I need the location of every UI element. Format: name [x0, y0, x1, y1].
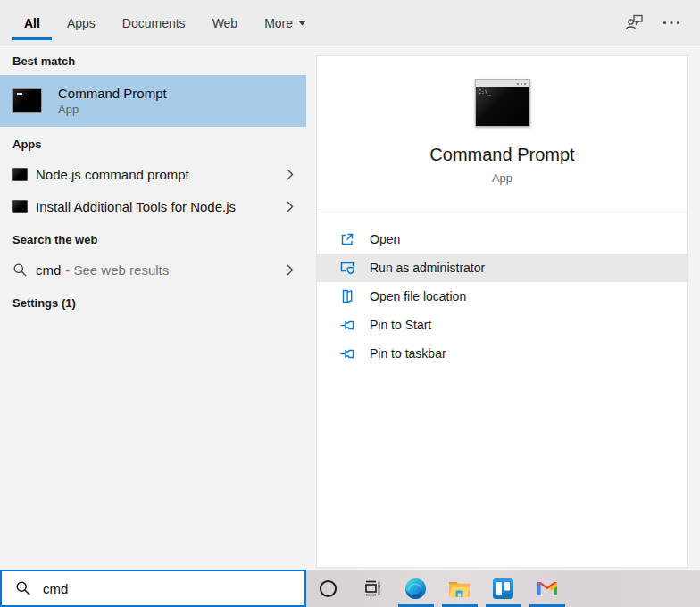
preview-app-type: App	[492, 171, 512, 185]
task-view-icon	[362, 578, 382, 598]
result-filter-tabs: All Apps Documents Web More	[11, 0, 320, 46]
folder-icon	[338, 288, 355, 305]
shield-icon	[338, 260, 355, 277]
preview-pane-area: C:\_ Command Prompt App Open	[306, 46, 700, 570]
preview-header: C:\_ Command Prompt App	[317, 56, 688, 212]
best-match-title: Command Prompt	[58, 84, 167, 103]
ellipsis-icon[interactable]	[662, 21, 680, 25]
result-web-cmd[interactable]: cmd - See web results	[0, 254, 306, 286]
taskbar-search-box[interactable]	[0, 570, 306, 607]
command-prompt-icon	[12, 88, 42, 113]
best-match-text: Command Prompt App	[58, 84, 167, 118]
tab-label: All	[24, 16, 40, 30]
web-result-suffix: - See web results	[65, 262, 169, 278]
gmail-icon	[537, 580, 558, 597]
web-result-query: cmd	[36, 262, 61, 278]
action-pin-to-taskbar[interactable]: Pin to taskbar	[317, 339, 688, 368]
section-header-search-web: Search the web	[0, 222, 306, 254]
preview-app-title: Command Prompt	[429, 145, 574, 165]
section-header-apps: Apps	[0, 127, 306, 158]
command-prompt-icon-large: C:\_	[475, 79, 530, 127]
command-prompt-icon	[12, 200, 28, 213]
preview-pane: C:\_ Command Prompt App Open	[316, 55, 688, 568]
taskbar	[306, 570, 700, 607]
chevron-right-icon[interactable]	[287, 201, 294, 212]
chevron-right-icon[interactable]	[287, 264, 294, 276]
result-title: Node.js command prompt	[36, 167, 189, 182]
open-icon	[338, 231, 355, 248]
search-icon	[15, 580, 31, 596]
windows-search-flyout: All Apps Documents Web More	[0, 0, 700, 607]
results-list-panel: Best match Command Prompt App Apps Node.…	[0, 46, 306, 570]
best-match-command-prompt[interactable]: Command Prompt App	[0, 75, 306, 127]
tab-label: More	[264, 16, 293, 30]
action-run-as-administrator[interactable]: Run as administrator	[317, 254, 688, 282]
context-action-list: Open Run as administrator	[317, 212, 688, 380]
result-nodejs-command-prompt[interactable]: Node.js command prompt	[0, 158, 306, 190]
result-install-node-tools[interactable]: Install Additional Tools for Node.js	[0, 190, 306, 222]
cortana-button[interactable]	[306, 570, 350, 607]
bottom-bar	[0, 570, 700, 607]
pin-icon	[338, 345, 355, 362]
gmail-button[interactable]	[525, 570, 569, 607]
action-label: Open	[370, 232, 400, 246]
section-header-settings: Settings (1)	[0, 286, 306, 317]
search-filter-bar: All Apps Documents Web More	[0, 0, 700, 46]
tab-web[interactable]: Web	[199, 0, 252, 46]
search-results-content: Best match Command Prompt App Apps Node.…	[0, 46, 700, 570]
tab-label: Web	[212, 16, 238, 30]
search-input[interactable]	[43, 581, 304, 596]
cortana-icon	[319, 579, 338, 598]
best-match-subtitle: App	[58, 103, 167, 118]
topbar-actions	[624, 0, 700, 46]
file-explorer-button[interactable]	[438, 570, 481, 607]
file-explorer-icon	[448, 579, 471, 598]
edge-button[interactable]	[394, 570, 438, 607]
edge-icon	[404, 578, 427, 600]
action-label: Pin to taskbar	[370, 346, 446, 361]
cmd-icon-body: C:\_	[476, 87, 529, 126]
tab-apps[interactable]: Apps	[54, 0, 109, 46]
section-header-best-match: Best match	[0, 46, 306, 75]
tab-label: Documents	[122, 16, 186, 30]
feedback-icon[interactable]	[624, 13, 645, 32]
pin-icon	[338, 317, 355, 334]
command-prompt-icon	[12, 168, 28, 181]
action-label: Run as administrator	[370, 261, 485, 275]
trello-button[interactable]	[481, 570, 525, 607]
action-open-file-location[interactable]: Open file location	[317, 282, 688, 311]
action-label: Pin to Start	[370, 318, 431, 332]
action-pin-to-start[interactable]: Pin to Start	[317, 311, 688, 339]
tab-label: Apps	[67, 16, 96, 30]
tab-more[interactable]: More	[251, 0, 320, 46]
chevron-down-icon	[298, 21, 306, 26]
result-title: Install Additional Tools for Node.js	[36, 199, 236, 214]
action-label: Open file location	[370, 289, 466, 304]
tab-all[interactable]: All	[11, 0, 54, 46]
cmd-icon-titlebar	[476, 80, 529, 87]
trello-icon	[493, 578, 513, 599]
task-view-button[interactable]	[350, 570, 394, 607]
search-icon	[12, 262, 28, 278]
action-open[interactable]: Open	[317, 225, 688, 254]
tab-documents[interactable]: Documents	[109, 0, 199, 46]
chevron-right-icon[interactable]	[287, 169, 294, 180]
